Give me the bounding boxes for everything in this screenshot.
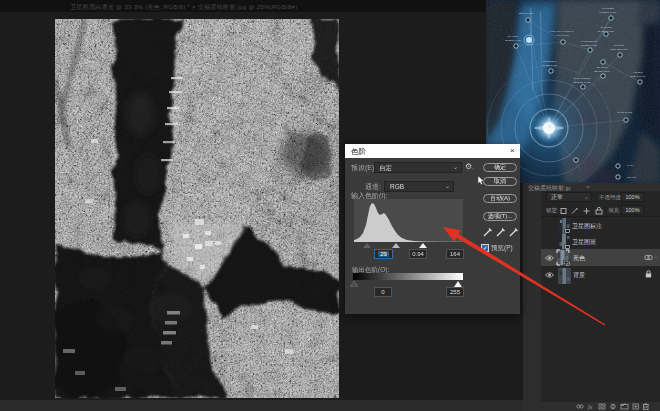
svg-text:FOR HE VI JI RIGHT: FOR HE VI JI RIGHT xyxy=(550,30,574,33)
svg-text:MEADOW: MEADOW xyxy=(507,35,519,38)
svg-text:GREEN PARK: GREEN PARK xyxy=(505,39,522,42)
svg-text:CHARLES: CHARLES xyxy=(602,7,614,10)
svg-text:BELLEVUE'S: BELLEVUE'S xyxy=(594,70,609,73)
svg-text:EVENING'S: EVENING'S xyxy=(543,60,557,63)
svg-text:WASHINGTON: WASHINGTON xyxy=(573,77,590,80)
svg-text:QUARTIR: QUARTIR xyxy=(596,66,607,69)
svg-text:VINCE'S: VINCE'S xyxy=(633,71,643,74)
svg-text:CLINTON: CLINTON xyxy=(601,26,612,29)
svg-text:WHARF: WHARF xyxy=(627,176,637,179)
svg-text:fx: fx xyxy=(588,404,593,410)
svg-text:PARK: PARK xyxy=(627,164,634,167)
svg-text:EAST RIVER: EAST RIVER xyxy=(618,111,633,114)
svg-text:MADISON SQ: MADISON SQ xyxy=(581,40,597,43)
svg-text:GREEN PARK: GREEN PARK xyxy=(581,44,598,47)
svg-text:RIVER PARTS: RIVER PARTS xyxy=(598,30,615,33)
svg-text:RED'S PARK: RED'S PARK xyxy=(519,12,534,15)
svg-text:GREAT EAST: GREAT EAST xyxy=(630,75,646,78)
svg-text:HIGH PART: HIGH PART xyxy=(555,34,569,37)
svg-text:RIVER PARK: RIVER PARK xyxy=(543,64,558,67)
svg-text:RIVER'S PARK: RIVER'S PARK xyxy=(599,11,616,14)
svg-text:MARIO'S: MARIO'S xyxy=(614,44,625,47)
svg-text:SQUARE PARK: SQUARE PARK xyxy=(610,48,628,51)
svg-text:BRIDGE PART: BRIDGE PART xyxy=(574,81,591,84)
